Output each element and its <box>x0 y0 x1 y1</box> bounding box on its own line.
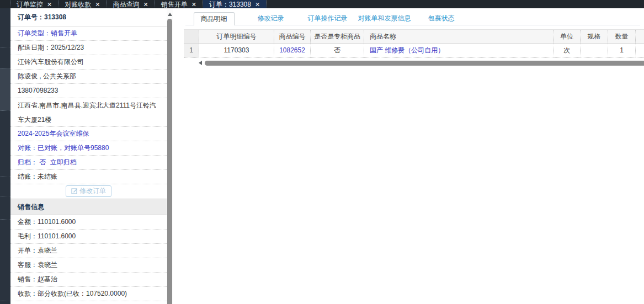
tab-modify-record[interactable]: 修改记录 <box>242 12 299 25</box>
top-tab-order-313308[interactable]: 订单：313308 ✕ <box>203 0 267 8</box>
amount-row: 金额：110101.6000 <box>10 215 167 230</box>
order-info-panel: 订单号：313308 订单类型：销售开单 配送日期：2025/12/23 江铃汽… <box>10 8 167 304</box>
strip-divider <box>0 68 10 68</box>
cell-spec <box>581 44 608 57</box>
header-order-detail-no: 订单明细编号 <box>199 30 274 43</box>
top-tab-label: 销售开单 <box>161 0 188 8</box>
payment-row: 收款：部分收款(已收：107520.0000) <box>10 287 167 301</box>
close-icon[interactable]: ✕ <box>95 0 100 8</box>
order-number-row: 订单号：313308 <box>10 8 167 26</box>
order-detail-main: 商品明细 修改记录 订单操作记录 对账单和发票信息 包裹状态 订单明细编号 商品… <box>182 8 644 304</box>
top-tab-label: 订单：313308 <box>209 0 251 8</box>
tab-package-status[interactable]: 包裹状态 <box>413 12 470 25</box>
cell-product-no-link[interactable]: 1082652 <box>274 44 311 57</box>
strip-divider <box>0 196 10 196</box>
header-row-number <box>184 30 199 43</box>
edit-order-row: 修改订单 <box>10 184 167 199</box>
service-row: 客服：袁晓兰 <box>10 258 167 273</box>
top-tab-sales-billing[interactable]: 销售开单 ✕ <box>155 0 203 8</box>
close-icon[interactable]: ✕ <box>191 0 196 8</box>
close-icon[interactable]: ✕ <box>255 0 260 8</box>
detail-tab-bar: 商品明细 修改记录 订单操作记录 对账单和发票信息 包裹状态 <box>185 12 640 25</box>
collapsed-sidebar-strip[interactable] <box>0 8 10 304</box>
sales-row: 销售：赵基治 <box>10 273 167 287</box>
header-product-name: 商品名称 <box>364 30 553 43</box>
cell-extra <box>636 44 644 57</box>
cell-row-number: 1 <box>184 44 199 57</box>
strip-segment <box>0 68 10 110</box>
cell-product-name-link[interactable]: 国产 维修费（公司自用） <box>364 44 553 57</box>
tab-statement-invoice-info[interactable]: 对账单和发票信息 <box>356 12 413 25</box>
product-detail-table: 订单明细编号 商品编号 是否是专柜商品 商品名称 单位 规格 数量 1 1170… <box>184 29 644 58</box>
archive-row: 归档： 否 立即归档 <box>10 156 167 170</box>
tab-order-operation-record-label[interactable]: 订单操作记录 <box>308 14 348 23</box>
close-icon[interactable]: ✕ <box>47 0 52 8</box>
edit-order-button[interactable]: 修改订单 <box>66 185 111 197</box>
cell-order-detail-no: 1170303 <box>199 44 274 57</box>
table-horizontal-scrollbar[interactable] <box>184 60 644 67</box>
top-tab-label: 订单监控 <box>17 0 43 8</box>
tab-package-status-label[interactable]: 包裹状态 <box>428 14 455 23</box>
top-tab-label: 对账收款 <box>65 0 91 8</box>
strip-divider <box>0 219 10 220</box>
top-tab-label: 商品查询 <box>113 0 139 8</box>
top-tab-bar: 订单监控 ✕ 对账收款 ✕ 商品查询 ✕ 销售开单 ✕ 订单：313308 ✕ <box>0 0 644 8</box>
delivery-date-row: 配送日期：2025/12/23 <box>10 41 167 55</box>
table-header-row: 订单明细编号 商品编号 是否是专柜商品 商品名称 单位 规格 数量 <box>184 29 644 44</box>
strip-divider <box>0 301 10 301</box>
phone-row: 13807098233 <box>10 84 167 98</box>
strip-divider <box>0 47 10 47</box>
tab-order-operation-record[interactable]: 订单操作记录 <box>299 12 356 25</box>
profit-row: 毛利：110101.6000 <box>10 230 167 244</box>
table-row[interactable]: 1 1170303 1082652 否 国产 维修费（公司自用） 次 1 <box>184 44 644 58</box>
archive-now-link[interactable]: 立即归档 <box>50 158 77 166</box>
scroll-left-icon[interactable] <box>199 61 202 65</box>
company-row: 江铃汽车股份有限公司 <box>10 55 167 70</box>
address-row: 江西省.南昌市.南昌县.迎宾北大道2111号江铃汽车大厦21楼 <box>10 98 167 127</box>
tab-product-detail-label[interactable]: 商品明细 <box>194 12 235 25</box>
close-icon[interactable]: ✕ <box>143 0 148 8</box>
reconciliation-row[interactable]: 对账：已对账，对账单号95880 <box>10 141 167 156</box>
horizontal-scrollbar-thumb[interactable] <box>205 61 644 66</box>
biller-row: 开单：袁晓兰 <box>10 244 167 258</box>
strip-divider <box>0 110 10 111</box>
edit-icon <box>71 188 78 194</box>
panel-scrollbar[interactable] <box>167 8 173 304</box>
settlement-row: 结账：未结账 <box>10 170 167 184</box>
tab-modify-record-label[interactable]: 修改记录 <box>258 14 284 23</box>
project-link-row[interactable]: 2024-2025年会议室维保 <box>10 127 167 141</box>
header-extra <box>636 30 644 43</box>
cell-unit: 次 <box>553 44 581 57</box>
archive-status: 归档： 否 <box>18 158 46 166</box>
order-type-row[interactable]: 订单类型：销售开单 <box>10 26 167 41</box>
top-tab-order-monitor[interactable]: 订单监控 ✕ <box>10 0 58 8</box>
header-qty: 数量 <box>608 30 636 43</box>
contact-row: 陈凌俊 , 公共关系部 <box>10 70 167 84</box>
header-is-counter-product: 是否是专柜商品 <box>311 30 364 43</box>
scroll-up-icon[interactable] <box>168 13 172 16</box>
tab-product-detail[interactable]: 商品明细 <box>185 12 242 25</box>
panel-scrollbar-thumb[interactable] <box>167 19 172 304</box>
header-spec: 规格 <box>581 30 608 43</box>
header-unit: 单位 <box>553 30 581 43</box>
top-tab-reconciliation[interactable]: 对账收款 ✕ <box>58 0 107 8</box>
header-product-no: 商品编号 <box>274 30 311 43</box>
edit-order-label: 修改订单 <box>79 187 106 195</box>
cell-is-counter-product: 否 <box>311 44 364 57</box>
tab-statement-invoice-info-label[interactable]: 对账单和发票信息 <box>358 14 411 23</box>
cell-qty: 1 <box>608 44 636 57</box>
sales-info-section-header: 销售信息 <box>10 199 167 215</box>
strip-divider <box>0 177 10 177</box>
top-tab-product-query[interactable]: 商品查询 ✕ <box>107 0 155 8</box>
top-tab-bar-lead <box>0 0 10 8</box>
